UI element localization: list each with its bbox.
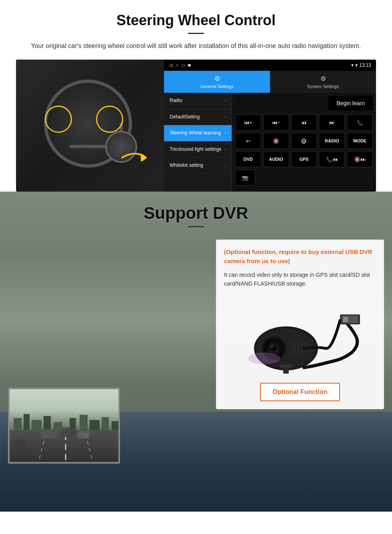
dvr-footage-thumbnail	[8, 388, 120, 464]
vol-up-btn[interactable]: ⏮+	[235, 114, 261, 130]
mute-next-btn[interactable]: 🔇⏭	[347, 151, 373, 167]
gps-btn[interactable]: GPS	[291, 151, 317, 167]
mute-btn[interactable]: 🔇	[263, 133, 289, 149]
sw-spoke-right	[70, 145, 94, 148]
gear-icon: ⚙	[214, 75, 220, 82]
chevron-icon: ›	[225, 147, 226, 152]
svg-rect-14	[42, 429, 58, 438]
optional-function-container: Optional Function	[224, 383, 376, 401]
camera-btn[interactable]: 📷	[235, 170, 255, 186]
wifi-icon: ▾	[355, 62, 358, 68]
home-nav-icon: ○	[176, 62, 178, 68]
chevron-icon: ›	[225, 98, 226, 103]
system-icon: ⚙	[320, 75, 326, 82]
dvr-info-card: (Optional function, require to buy exter…	[216, 240, 384, 409]
chevron-icon: ›	[225, 115, 226, 119]
next-btn[interactable]: ⏭	[319, 114, 345, 130]
settings-menu: Radio › DefaultSetting › Steering Wheel …	[164, 93, 232, 192]
demo-panel: ◁ ○ □ ■ ▾ ▾ 13:13 ⚙ General Settings	[16, 60, 376, 192]
dvr-title-area: Support DVR	[0, 192, 392, 235]
arrow-indicator	[120, 148, 152, 168]
hangup-btn[interactable]: ↩	[235, 133, 261, 149]
control-row-4: 📷	[235, 170, 373, 186]
menu-nav-icon: ■	[188, 62, 191, 68]
dvr-divider	[188, 226, 204, 227]
dvr-title: Support DVR	[0, 204, 392, 223]
power-btn[interactable]: ⏻	[291, 133, 317, 149]
whitelist-label: Whitelist setting	[170, 162, 203, 169]
steering-title: Steering Wheel Control	[16, 12, 376, 29]
control-row-2: ↩ 🔇 ⏻ RADIO MODE	[235, 133, 373, 149]
back-nav-icon: ◁	[169, 62, 172, 68]
radio-ctrl-btn[interactable]: RADIO	[319, 133, 345, 149]
optional-function-button[interactable]: Optional Function	[260, 383, 340, 401]
svg-point-28	[271, 345, 273, 348]
title-divider	[188, 33, 204, 34]
begin-learn-row: Begin learn	[235, 96, 373, 110]
system-settings-tab[interactable]: ⚙ System Settings	[270, 71, 376, 93]
menu-item-radio[interactable]: Radio ›	[164, 93, 232, 109]
svg-point-37	[248, 352, 280, 364]
svg-rect-16	[78, 431, 90, 438]
dvr-optional-text: (Optional function, require to buy exter…	[224, 248, 376, 266]
settings-content: Radio › DefaultSetting › Steering Wheel …	[164, 93, 376, 192]
radio-label: Radio	[170, 98, 182, 104]
chevron-icon: ›	[225, 164, 226, 168]
control-row-1: ⏮+ ⏮− ⏮ ⏭ 📞	[235, 114, 373, 130]
dvr-description: It can record video only to storage in G…	[224, 270, 376, 288]
steering-wheel-image	[16, 60, 164, 192]
statusbar-right: ▾ ▾ 13:13	[351, 62, 371, 68]
menu-item-steering[interactable]: Steering Wheel learning ›	[164, 125, 232, 142]
menu-item-tricolour[interactable]: Tricoloured light settings ›	[164, 142, 232, 158]
controls-area: Begin learn ⏮+ ⏮− ⏮ ⏭ 📞 ↩ 🔇 ⏻	[232, 93, 376, 192]
dvd-btn[interactable]: DVD	[235, 151, 261, 167]
begin-learn-button[interactable]: Begin learn	[328, 96, 373, 110]
svg-marker-0	[141, 154, 146, 162]
android-statusbar: ◁ ○ □ ■ ▾ ▾ 13:13	[164, 60, 376, 71]
general-settings-tab[interactable]: ⚙ General Settings	[164, 71, 270, 93]
prev-btn[interactable]: ⏮	[291, 114, 317, 130]
default-setting-label: DefaultSetting	[170, 114, 200, 120]
clock: 13:13	[359, 62, 371, 68]
dvr-camera-svg	[224, 296, 376, 376]
steering-label: Steering Wheel learning	[170, 130, 221, 136]
signal-icon: ▾	[351, 62, 354, 68]
menu-item-whitelist[interactable]: Whitelist setting ›	[164, 158, 232, 174]
sw-highlight-right	[96, 106, 123, 133]
system-settings-label: System Settings	[307, 84, 339, 89]
steering-section: Steering Wheel Control Your original car…	[0, 0, 392, 192]
settings-panel: ◁ ○ □ ■ ▾ ▾ 13:13 ⚙ General Settings	[164, 60, 376, 192]
dvr-section: Support DVR	[0, 192, 392, 512]
general-settings-label: General Settings	[201, 84, 234, 89]
menu-item-default[interactable]: DefaultSetting ›	[164, 109, 232, 126]
control-row-3: DVD AUDIO GPS 📞⏮ 🔇⏭	[235, 151, 373, 167]
settings-tabs: ⚙ General Settings ⚙ System Settings	[164, 71, 376, 93]
steering-subtitle: Your original car's steering wheel contr…	[16, 41, 376, 51]
recent-nav-icon: □	[182, 62, 184, 68]
svg-rect-20	[343, 317, 348, 322]
call-btn[interactable]: 📞	[347, 114, 373, 130]
vol-down-btn[interactable]: ⏮−	[263, 114, 289, 130]
sw-highlight-left	[45, 106, 72, 133]
chevron-icon: ›	[225, 131, 226, 135]
statusbar-left: ◁ ○ □ ■	[169, 62, 191, 68]
svg-rect-39	[283, 368, 289, 374]
dvr-product-image	[224, 296, 376, 376]
call-prev-btn[interactable]: 📞⏮	[319, 151, 345, 167]
svg-point-17	[14, 439, 26, 451]
tricolour-label: Tricoloured light settings	[170, 146, 222, 153]
mode-btn[interactable]: MODE	[347, 133, 373, 149]
svg-rect-15	[62, 427, 76, 437]
audio-btn[interactable]: AUDIO	[263, 151, 289, 167]
